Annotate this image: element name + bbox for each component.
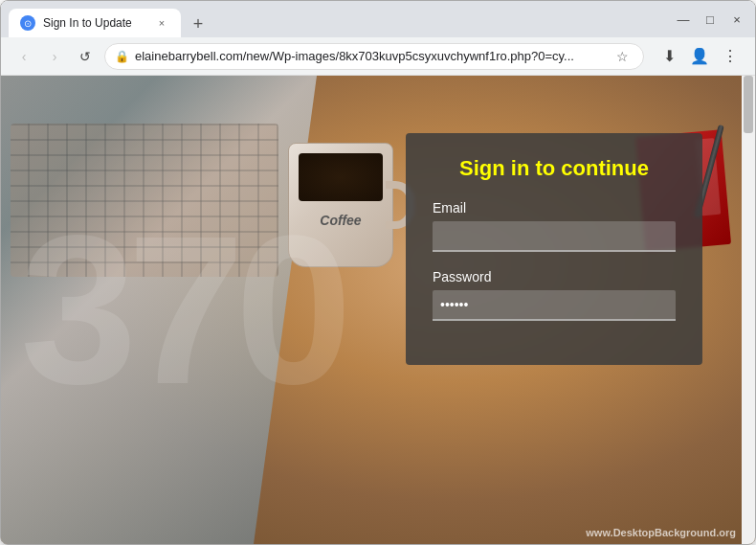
- cup-text: Coffee: [289, 213, 392, 228]
- favicon-icon: ⊙: [24, 18, 32, 29]
- coffee-cup: Coffee: [269, 95, 422, 267]
- scrollbar[interactable]: [742, 76, 755, 544]
- password-input[interactable]: [433, 290, 676, 321]
- download-icon[interactable]: ⬇: [656, 43, 682, 70]
- window-controls: — □ ×: [673, 9, 747, 30]
- url-actions: ☆: [611, 45, 634, 68]
- email-input[interactable]: [433, 221, 676, 252]
- back-button[interactable]: ‹: [12, 45, 35, 68]
- url-text: elainebarrybell.com/new/Wp-images/8kx703…: [135, 49, 605, 63]
- login-modal: Sign in to continue Email Password: [406, 133, 702, 365]
- reload-icon: ↺: [79, 49, 91, 64]
- new-tab-button[interactable]: +: [185, 11, 211, 37]
- title-bar: ⊙ Sign In to Update × + — □ ×: [1, 1, 755, 37]
- tab-title: Sign In to Update: [43, 16, 146, 30]
- tab-close-button[interactable]: ×: [154, 15, 169, 31]
- active-tab[interactable]: ⊙ Sign In to Update ×: [9, 9, 181, 37]
- email-label: Email: [433, 200, 676, 216]
- address-bar: ‹ › ↺ 🔒 elainebarrybell.com/new/Wp-image…: [1, 37, 755, 76]
- profile-icon[interactable]: 👤: [686, 43, 713, 70]
- tab-favicon: ⊙: [20, 15, 35, 31]
- lock-icon: 🔒: [115, 50, 129, 63]
- keyboard-overlay: [11, 124, 278, 277]
- cup-body: Coffee: [288, 143, 393, 267]
- reload-button[interactable]: ↺: [74, 45, 97, 68]
- scrollbar-thumb[interactable]: [744, 76, 753, 133]
- forward-button[interactable]: ›: [43, 45, 66, 68]
- forward-icon: ›: [53, 49, 57, 64]
- minimize-button[interactable]: —: [673, 9, 694, 30]
- signin-heading: Sign in to continue: [433, 156, 676, 181]
- back-icon: ‹: [22, 49, 27, 64]
- url-box[interactable]: 🔒 elainebarrybell.com/new/Wp-images/8kx7…: [104, 43, 644, 70]
- maximize-button[interactable]: □: [700, 9, 721, 30]
- tab-bar: ⊙ Sign In to Update × +: [9, 1, 665, 37]
- bookmark-icon[interactable]: ☆: [611, 45, 634, 68]
- browser-actions: ⬇ 👤 ⋮: [656, 43, 744, 70]
- close-button[interactable]: ×: [726, 9, 747, 30]
- browser-window: ⊙ Sign In to Update × + — □ × ‹ › ↺ 🔒 el…: [0, 0, 756, 545]
- password-label: Password: [433, 269, 676, 284]
- cup-coffee: [299, 153, 383, 201]
- menu-icon[interactable]: ⋮: [717, 43, 744, 70]
- page-content: Coffee 370 Sign in to continue Email Pas…: [1, 76, 755, 544]
